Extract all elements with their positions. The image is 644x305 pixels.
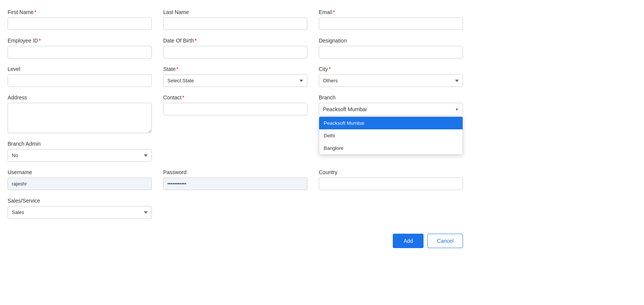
- branch-admin-label: Branch Admin: [8, 141, 152, 147]
- employee-id-label: Employee ID*: [8, 38, 152, 44]
- username-label: Username: [8, 169, 152, 175]
- city-group: City* Others: [319, 66, 463, 87]
- branch-wrapper: Peacksoft Mumbai ▼ Peacksoft Mumbai Delh…: [319, 103, 463, 116]
- branch-dropdown: Peacksoft Mumbai Delhi Banglore: [319, 116, 463, 155]
- designation-input[interactable]: [319, 46, 463, 58]
- state-select[interactable]: Select State: [163, 74, 307, 87]
- city-select[interactable]: Others: [319, 74, 463, 87]
- sales-service-label: Sales/Service: [8, 198, 152, 204]
- last-name-group: Last Name: [163, 9, 307, 30]
- branch-option-banglore[interactable]: Banglore: [319, 142, 463, 154]
- contact-label: Contact*: [163, 94, 307, 101]
- username-input[interactable]: [8, 178, 152, 190]
- contact-input[interactable]: [163, 103, 307, 115]
- state-group: State* Select State: [163, 66, 307, 87]
- password-group: Password: [163, 169, 307, 190]
- country-label: Country: [319, 169, 463, 175]
- branch-group: Branch Peacksoft Mumbai ▼ Peacksoft Mumb…: [319, 94, 463, 133]
- contact-group: Contact*: [163, 94, 307, 133]
- email-group: Email*: [319, 9, 463, 30]
- email-input[interactable]: [319, 17, 463, 30]
- country-group: Country: [319, 169, 463, 190]
- chevron-down-icon: ▼: [455, 107, 459, 112]
- last-name-label: Last Name: [163, 9, 307, 15]
- first-name-label: First Name*: [8, 9, 152, 15]
- branch-label: Branch: [319, 94, 463, 101]
- state-label: State*: [163, 66, 307, 72]
- password-input[interactable]: [163, 178, 307, 190]
- dob-group: Date Of Birth*: [163, 38, 307, 58]
- cancel-button[interactable]: Cancel: [427, 234, 463, 248]
- address-group: Address: [8, 94, 152, 133]
- password-label: Password: [163, 169, 307, 175]
- branch-admin-group: Branch Admin No Yes: [8, 141, 152, 162]
- email-label: Email*: [319, 9, 463, 15]
- empty-col2-row5: [163, 141, 307, 162]
- city-label: City*: [319, 66, 463, 72]
- first-name-input[interactable]: [8, 17, 152, 30]
- branch-select-display[interactable]: Peacksoft Mumbai ▼: [319, 103, 463, 116]
- designation-group: Designation: [319, 38, 463, 58]
- designation-label: Designation: [319, 38, 463, 44]
- username-group: Username: [8, 169, 152, 190]
- sales-service-select[interactable]: Sales Service: [8, 206, 152, 219]
- branch-selected-value: Peacksoft Mumbai: [323, 106, 367, 112]
- button-row: Add Cancel: [8, 234, 463, 248]
- dob-label: Date Of Birth*: [163, 38, 307, 44]
- first-name-group: First Name*: [8, 9, 152, 30]
- level-input[interactable]: [8, 74, 152, 87]
- employee-id-input[interactable]: [8, 46, 152, 58]
- address-label: Address: [8, 94, 152, 101]
- branch-admin-select[interactable]: No Yes: [8, 149, 152, 162]
- last-name-input[interactable]: [163, 17, 307, 30]
- branch-option-delhi[interactable]: Delhi: [319, 129, 463, 142]
- add-button[interactable]: Add: [393, 234, 424, 248]
- branch-option-peacksoft-mumbai[interactable]: Peacksoft Mumbai: [319, 117, 463, 129]
- address-input[interactable]: [8, 103, 152, 133]
- level-group: Level: [8, 66, 152, 87]
- level-label: Level: [8, 66, 152, 72]
- employee-id-group: Employee ID*: [8, 38, 152, 58]
- sales-service-group: Sales/Service Sales Service: [8, 198, 152, 219]
- dob-input[interactable]: [163, 46, 307, 58]
- country-input[interactable]: [319, 178, 463, 190]
